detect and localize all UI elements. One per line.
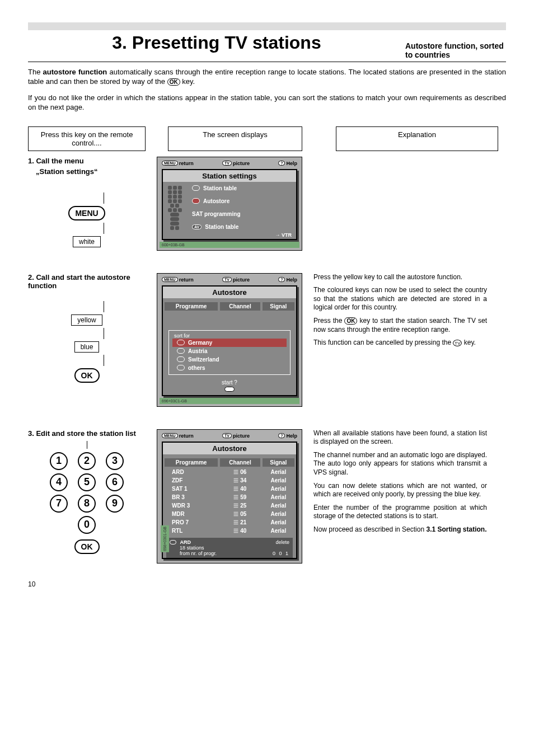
blue-dot-icon — [177, 365, 185, 370]
help-icon: ? — [278, 433, 285, 438]
key-0[interactable]: 0 — [78, 516, 96, 534]
tv-icon: TV — [222, 161, 232, 166]
table-row: BR 3☰ 59Aerial — [164, 494, 295, 501]
tv-icon: TV — [222, 433, 232, 438]
connector-line — [104, 301, 104, 312]
step3-expl-3: You can now delete stations which are no… — [313, 482, 487, 499]
connector-line — [104, 223, 104, 234]
numeric-keypad: 1 2 3 4 5 6 7 8 9 0 OK — [28, 441, 146, 556]
intro-p1a: The — [28, 68, 43, 76]
step-1-row: 1. Call the menu „Station settings“ MENU… — [28, 157, 506, 251]
col-header-screen: The screen displays — [168, 126, 302, 151]
osd1-title: Station settings — [163, 170, 296, 182]
ok-key-icon: OK — [167, 78, 180, 86]
page-title: 3. Presetting TV stations — [28, 32, 405, 53]
sort-for-box: sort for Germany Austria Switzerland oth… — [168, 330, 291, 375]
connector-line — [104, 355, 104, 366]
yellow-dot-icon — [192, 198, 200, 204]
intro-autostore-bold: autostore function — [43, 68, 107, 76]
table-row: WDR 3☰ 25Aerial — [164, 502, 295, 509]
vtr-link: → VTR — [188, 231, 296, 239]
key-8[interactable]: 8 — [78, 495, 96, 513]
ok-key-icon: OK — [344, 317, 357, 325]
intro-p1d: key. — [180, 77, 195, 86]
help-icon: ? — [278, 161, 285, 166]
table-row: SAT 1☰ 40Aerial — [164, 485, 295, 492]
osd1-code: 600+03B-GB — [160, 242, 299, 248]
osd2-table-head: ProgrammeChannelSignal — [163, 300, 296, 312]
green-dot-icon — [177, 348, 185, 354]
tv-icon: TV — [222, 277, 232, 282]
page-subtitle: Autostore function, sorted to countries — [405, 41, 506, 59]
table-row: MDR☰ 05Aerial — [164, 510, 295, 518]
step1-subtitle: „Station settings“ — [36, 167, 146, 176]
step2-expl-1: Press the yellow key to call the autosto… — [313, 273, 487, 282]
osd3-table: ProgrammeChannelSignal ARD☰ 06AerialZDF☰… — [163, 457, 296, 536]
intro-p2: If you do not like the order in which th… — [28, 93, 506, 112]
step1-title: 1. Call the menu — [28, 157, 146, 165]
osd2-code: 696+03C1-GB — [160, 398, 299, 404]
step-2-row: 2. Call and start the autostore function… — [28, 273, 506, 407]
step2-expl-2: The coloured keys can now be used to sel… — [313, 286, 487, 312]
av-icon: AV — [192, 224, 202, 229]
step3-title: 3. Edit and store the station list — [28, 429, 146, 438]
key-9[interactable]: 9 — [106, 495, 124, 513]
osd-screen-2: MENU return TV picture ? Help Autostore … — [157, 273, 302, 407]
step3-expl-2: The channel number and an automatic logo… — [313, 451, 487, 477]
key-5[interactable]: 5 — [78, 473, 96, 491]
key-7[interactable]: 7 — [50, 495, 68, 513]
table-row: ARD☰ 06Aerial — [164, 468, 295, 476]
step3-expl-4: Enter the number of the programme positi… — [313, 504, 487, 521]
table-row: RTL☰ 40Aerial — [164, 527, 295, 534]
yellow-color-label: yellow — [71, 314, 102, 326]
col-header-explanation: Explanation — [336, 126, 498, 151]
ok-button[interactable]: OK — [74, 539, 100, 554]
key-4[interactable]: 4 — [50, 473, 68, 491]
ok-key-icon: OK — [224, 387, 235, 392]
col-header-remote: Press this key on the remote control.... — [28, 126, 146, 151]
key-1[interactable]: 1 — [50, 452, 68, 470]
osd-screen-3: MENU return TV picture ? Help Autostore … — [157, 429, 302, 564]
step2-title: 2. Call and start the autostore function — [28, 273, 146, 290]
table-row: ZDF☰ 34Aerial — [164, 477, 295, 484]
red-dot-icon — [170, 540, 176, 544]
osd-screen-1: MENU return TV picture ? Help Station se… — [157, 157, 302, 251]
key-6[interactable]: 6 — [106, 473, 124, 491]
table-row: PRO 7☰ 21Aerial — [164, 519, 295, 526]
red-dot-icon — [192, 185, 200, 191]
connector-line — [104, 192, 104, 204]
step-3-row: 3. Edit and store the station list 1 2 3… — [28, 429, 506, 564]
yellow-dot-icon — [177, 356, 185, 362]
page-header: 3. Presetting TV stations Autostore func… — [28, 32, 506, 62]
blue-color-label: blue — [74, 341, 100, 353]
menu-icon: MENU — [162, 277, 178, 282]
connector-line — [104, 328, 104, 339]
menu-button[interactable]: MENU — [68, 206, 105, 220]
top-grey-bar — [28, 22, 506, 30]
intro-text: The autostore function automatically sca… — [28, 68, 506, 112]
osd3-title: Autostore — [163, 443, 296, 454]
key-2[interactable]: 2 — [78, 452, 96, 470]
menu-icon: MENU — [162, 433, 178, 438]
column-headers: Press this key on the remote control....… — [28, 126, 506, 151]
step3-expl-1: When all available stations have been fo… — [313, 429, 487, 447]
page-number: 10 — [28, 580, 506, 588]
tv-key-icon: TV — [453, 340, 462, 346]
help-icon: ? — [278, 277, 285, 282]
osd2-title: Autostore — [163, 287, 296, 298]
red-dot-icon — [177, 340, 185, 345]
white-color-label: white — [73, 236, 101, 247]
osd3-code: 698+0301-GB — [161, 525, 169, 552]
menu-icon: MENU — [162, 161, 178, 166]
ok-button[interactable]: OK — [74, 368, 100, 383]
remote-mini-icon — [164, 185, 185, 231]
key-3[interactable]: 3 — [106, 452, 124, 470]
